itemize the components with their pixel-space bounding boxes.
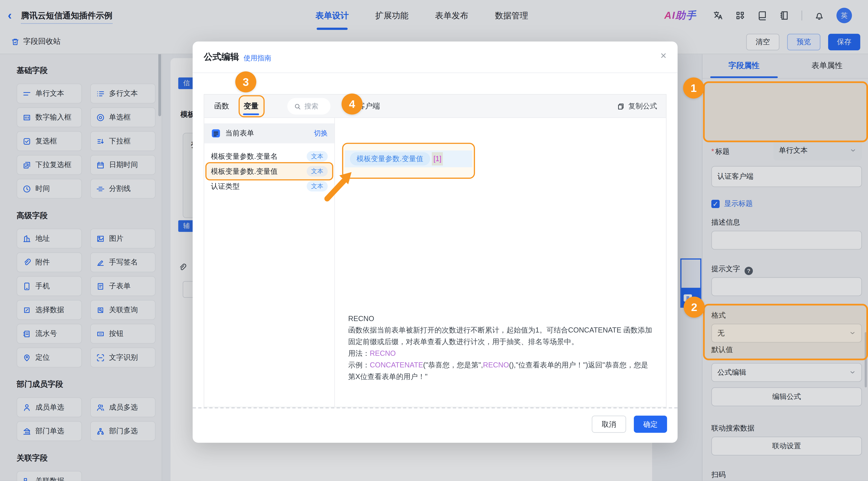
variable-row-认证类型[interactable]: 认证类型文本: [204, 179, 334, 194]
annotation-formula-box: 模板变量参数.变量值 [1]: [342, 143, 475, 179]
doc-body: 函数依据当前表单被新打开的次数进行不断累计，起始值为1。可结合CONCATENA…: [348, 324, 653, 348]
doc-keyword: CONCATENATE: [370, 361, 423, 369]
copy-formula-button[interactable]: 复制公式: [617, 95, 657, 118]
doc-keyword: RECNO: [483, 361, 509, 369]
formula-editor-pane[interactable]: 模板变量参数.变量值 [1] RECNO 函数依据当前表单被新打开的次数进行不断…: [335, 118, 666, 407]
copy-formula-label: 复制公式: [628, 101, 657, 111]
search-placeholder: 搜索: [304, 102, 318, 111]
doc-usage: 用法：RECNO: [348, 348, 653, 359]
annotation-badge-1: 1: [683, 77, 704, 99]
variable-tab-underline: [243, 114, 259, 115]
formula-variable-chip[interactable]: 模板变量参数.变量值: [350, 152, 430, 165]
panel-header-band: 函数 变量 搜索 认证客户端 复制公式: [204, 95, 666, 118]
confirm-button[interactable]: 确定: [634, 416, 667, 433]
app-root: ‹ 腾讯云短信通知插件示例 表单设计扩展功能表单发布数据管理 AI助手 英 字段…: [0, 0, 868, 481]
variable-type-badge: 文本: [307, 151, 328, 162]
doc-usage-label: 用法：: [348, 349, 370, 357]
annotation-title-box: [703, 81, 868, 142]
annotation-badge-3: 3: [235, 71, 256, 93]
copy-icon: [617, 102, 625, 110]
annotation-default-box: [703, 304, 868, 360]
form-doc-icon: [211, 128, 221, 138]
modal-footer-divider: [193, 407, 678, 409]
tab-function[interactable]: 函数: [214, 95, 229, 118]
doc-text: ("恭喜您，您是第",: [423, 361, 483, 369]
modal-title: 公式编辑: [204, 52, 239, 63]
formula-panel: 函数 变量 搜索 认证客户端 复制公式 当前表单 切换: [204, 94, 666, 407]
annotation-badge-2: 2: [684, 297, 705, 318]
modal-footer: 取消 确定: [592, 416, 667, 433]
annotation-arrow: [323, 165, 362, 204]
current-form-row: 当前表单 切换: [204, 124, 334, 143]
doc-example: 示例：CONCATENATE("恭喜您，您是第",RECNO(),"位查看表单的…: [348, 359, 653, 382]
switch-link[interactable]: 切换: [314, 129, 328, 138]
variable-row-模板变量参数.变量名[interactable]: 模板变量参数.变量名文本: [204, 149, 334, 164]
current-form-label: 当前表单: [225, 128, 310, 138]
cancel-button[interactable]: 取消: [592, 416, 626, 433]
doc-usage-value: RECNO: [370, 349, 396, 357]
formula-editor-modal: 公式编辑 使用指南 × 函数 变量 搜索 认证客户端 复制公式: [193, 41, 678, 443]
annotation-badge-4: 4: [341, 94, 363, 115]
doc-example-label: 示例：: [348, 361, 370, 369]
variable-list-pane: 当前表单 切换 模板变量参数.变量名文本模板变量参数.变量值文本认证类型文本: [204, 118, 335, 407]
search-icon: [294, 103, 301, 110]
formula-index-token[interactable]: [1]: [432, 152, 443, 165]
variable-name: 模板变量参数.变量名: [211, 151, 307, 161]
variable-name: 模板变量参数.变量值: [211, 166, 307, 176]
variable-name: 认证类型: [211, 181, 307, 191]
doc-function-name: RECNO: [348, 313, 653, 324]
close-icon[interactable]: ×: [660, 50, 666, 61]
modal-header-divider: [193, 72, 678, 73]
search-input[interactable]: 搜索: [287, 98, 331, 115]
usage-guide-link[interactable]: 使用指南: [244, 54, 271, 63]
variable-row-模板变量参数.变量值[interactable]: 模板变量参数.变量值文本: [204, 164, 334, 179]
function-doc: RECNO 函数依据当前表单被新打开的次数进行不断累计，起始值为1。可结合CON…: [348, 313, 653, 382]
